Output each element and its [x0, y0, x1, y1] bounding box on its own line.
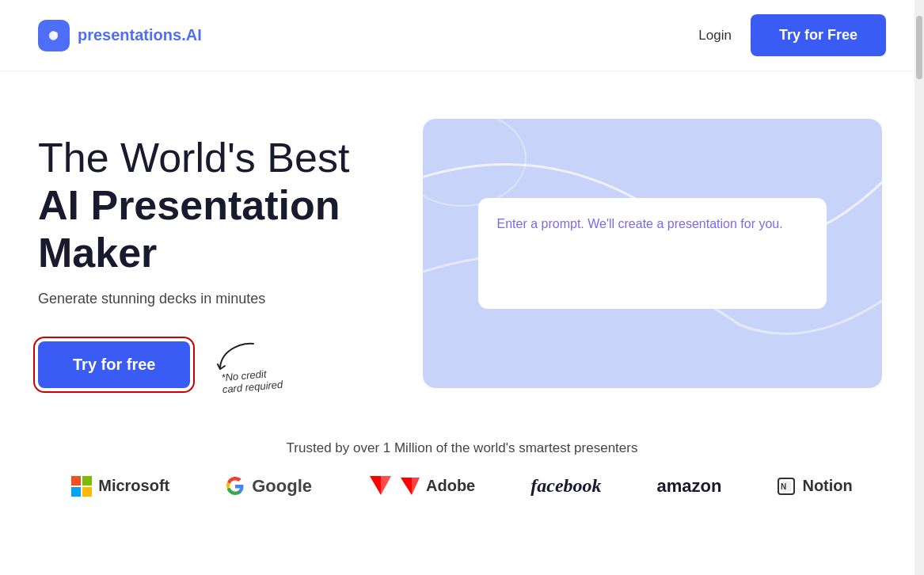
- brand-microsoft: Microsoft: [71, 476, 169, 497]
- notion-label: Notion: [802, 477, 852, 495]
- svg-text:N: N: [781, 482, 786, 491]
- hero-title-line2: AI Presentation: [38, 182, 371, 230]
- logo-text: presentations.AI: [78, 26, 202, 44]
- presentation-mockup: Enter a prompt. We'll create a presentat…: [423, 119, 882, 388]
- trusted-section: Trusted by over 1 Million of the world's…: [0, 425, 924, 531]
- brand-google: Google: [225, 476, 312, 497]
- brand-logos: Microsoft Google: [38, 475, 886, 512]
- microsoft-icon: [71, 476, 92, 497]
- google-icon: [225, 476, 245, 497]
- trusted-text: Trusted by over 1 Million of the world's…: [38, 440, 886, 456]
- logo[interactable]: presentations.AI: [38, 20, 202, 51]
- scrollbar[interactable]: [914, 0, 924, 575]
- logo-icon: [38, 20, 70, 51]
- microsoft-label: Microsoft: [98, 477, 169, 495]
- svg-rect-5: [82, 487, 92, 497]
- hero-title-line3: Maker: [38, 230, 371, 277]
- try-for-free-hero-button[interactable]: Try for free: [38, 341, 190, 388]
- adobe-icon: [367, 476, 391, 497]
- brand-notion: N Notion: [777, 477, 852, 496]
- try-for-free-nav-button[interactable]: Try for Free: [751, 14, 886, 56]
- cta-area: Try for free *No creditcard required: [38, 336, 371, 393]
- notion-icon: N: [777, 477, 796, 496]
- hero-right: Enter a prompt. We'll create a presentat…: [418, 119, 886, 388]
- svg-rect-3: [82, 476, 92, 486]
- adobe-wordmark-icon: [397, 478, 420, 495]
- hero-title: The World's Best AI Presentation Maker: [38, 135, 371, 276]
- svg-rect-4: [71, 487, 81, 497]
- nav-right: Login Try for Free: [698, 14, 886, 56]
- svg-point-0: [53, 32, 58, 36]
- no-credit-note: *No creditcard required: [221, 367, 283, 396]
- hero-title-line1: The World's Best: [38, 135, 371, 182]
- login-button[interactable]: Login: [698, 28, 732, 44]
- hero-left: The World's Best AI Presentation Maker G…: [38, 119, 371, 393]
- amazon-label: amazon: [657, 476, 722, 497]
- arrow-note: *No creditcard required: [214, 336, 283, 393]
- facebook-label: facebook: [530, 475, 601, 497]
- brand-amazon: amazon: [657, 476, 722, 497]
- hero-subtitle: Generate stunning decks in minutes: [38, 291, 371, 307]
- brand-facebook: facebook: [530, 475, 601, 497]
- brand-adobe: Adobe: [367, 476, 475, 497]
- google-label: Google: [252, 476, 312, 497]
- hero-section: The World's Best AI Presentation Maker G…: [0, 71, 924, 425]
- navbar: presentations.AI Login Try for Free: [0, 0, 924, 71]
- svg-rect-2: [71, 476, 81, 486]
- scrollbar-thumb[interactable]: [916, 16, 922, 79]
- adobe-label: Adobe: [426, 477, 475, 495]
- prompt-placeholder-text: Enter a prompt. We'll create a presentat…: [497, 217, 783, 231]
- prompt-box[interactable]: Enter a prompt. We'll create a presentat…: [478, 198, 827, 309]
- svg-point-1: [423, 119, 526, 206]
